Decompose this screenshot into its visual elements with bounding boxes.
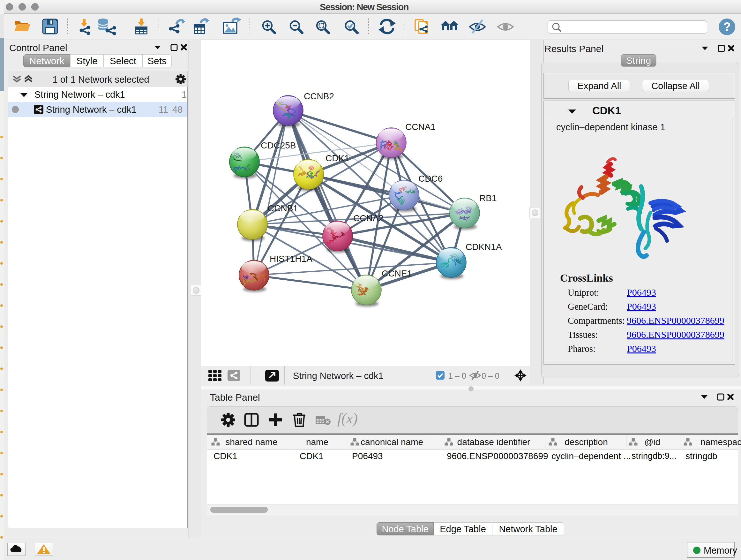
svg-text:CCNE1: CCNE1 xyxy=(382,268,412,278)
svg-text:CCNB2: CCNB2 xyxy=(304,91,334,101)
svg-text:CDKN1A: CDKN1A xyxy=(466,242,502,252)
svg-text:CCNB1: CCNB1 xyxy=(268,203,298,213)
svg-text:?: ? xyxy=(723,20,731,34)
svg-text:RB1: RB1 xyxy=(479,193,496,203)
svg-text:CDK1: CDK1 xyxy=(326,153,349,163)
svg-text:CDC25B: CDC25B xyxy=(261,140,296,150)
svg-text:CDC6: CDC6 xyxy=(418,174,443,184)
svg-text:HIST1H1A: HIST1H1A xyxy=(270,254,313,264)
svg-text:CCNA2: CCNA2 xyxy=(353,213,384,223)
svg-text:CCNA1: CCNA1 xyxy=(405,122,435,132)
